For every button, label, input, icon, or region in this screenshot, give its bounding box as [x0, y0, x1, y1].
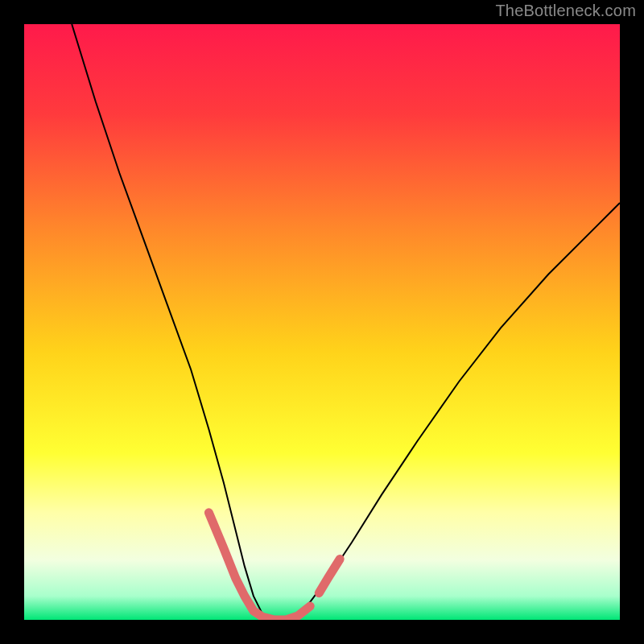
plot-area	[24, 24, 620, 620]
watermark-text: TheBottleneck.com	[495, 2, 636, 20]
chart-frame: TheBottleneck.com	[0, 0, 644, 644]
gradient-background	[24, 24, 620, 620]
chart-svg	[24, 24, 620, 620]
